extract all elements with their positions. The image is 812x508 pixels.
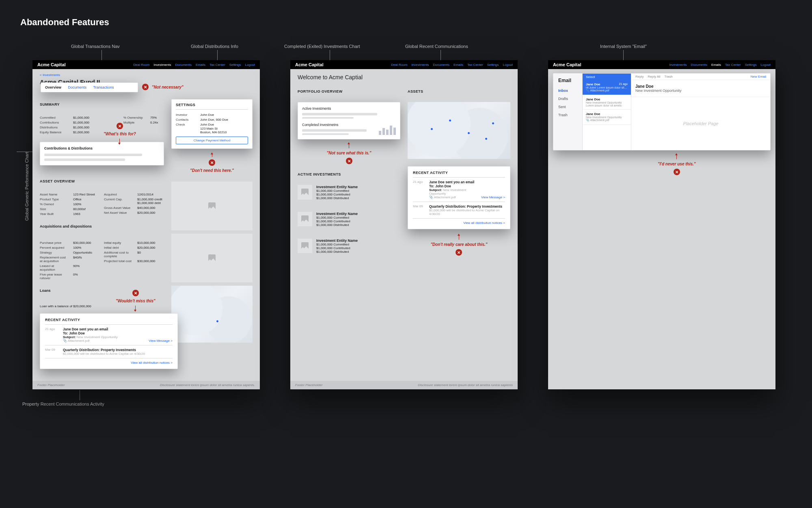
tab-transactions[interactable]: Transactions (93, 85, 114, 89)
kv-value: John Doe (200, 113, 214, 117)
nav-logout[interactable]: Logout (245, 63, 255, 67)
kv-label: Gross Asset Value (104, 206, 133, 210)
completed-investments-title: Completed Investmetns (302, 123, 374, 127)
nav-tax-center[interactable]: Tax Center (725, 63, 741, 67)
feedback-x-icon: ✕ (209, 159, 215, 166)
nav-settings[interactable]: Settings (487, 63, 499, 67)
folder-drafts[interactable]: Drafts (553, 95, 582, 103)
summary-contributions-label: Contributions (40, 121, 69, 124)
email-list-item[interactable]: Jane Doe New Investment Opportunity Lore… (583, 95, 631, 110)
nav-emails[interactable]: Emails (196, 63, 205, 67)
nav-emails[interactable]: Emails (454, 63, 463, 67)
email-attachment: 📎 Attachment.pdf (586, 89, 628, 92)
change-payment-method-button[interactable]: Change Payment Method (176, 137, 248, 144)
open-email-subject: New Investment Opportunity (635, 89, 766, 93)
active-investments-title: Active Investments (302, 106, 396, 111)
select-label[interactable]: Select (586, 75, 595, 79)
nav-emails[interactable]: Emails (711, 63, 721, 67)
kv-value: $0 (137, 251, 141, 258)
acq-head: Acquisitions and dispositions (40, 224, 164, 228)
email-preview: Hi John! Lorem ipsum dolor sit amets. (586, 86, 628, 89)
activity-age: 21 ago (45, 327, 59, 343)
nav-tax-center[interactable]: Tax Center (467, 63, 483, 67)
assets-head: ASSETS (408, 86, 510, 96)
mini-bar-chart-icon (379, 124, 396, 135)
new-email-button[interactable]: New Email (751, 75, 766, 78)
nav-documents[interactable]: Documents (691, 63, 707, 67)
label-completed-investments-chart: Completed (Exited) Investments Chart (284, 44, 360, 49)
portfolio-overview-card: Active Investments Completed Investmetns (298, 102, 400, 139)
contrib-card-title: Contributions & Distributions (44, 146, 160, 150)
placeholder-band (302, 113, 377, 115)
image-placeholder-icon (171, 234, 253, 282)
folder-sent[interactable]: Sent (553, 103, 582, 111)
nav-deal-room[interactable]: Deal Room (133, 63, 149, 67)
nav-settings[interactable]: Settings (229, 63, 241, 67)
activity-email-to: To: John Doe (429, 184, 477, 188)
footer-left: Footer Placeholder (37, 383, 65, 387)
feedback-x-icon: ✕ (132, 290, 139, 296)
kv-value: 100% (73, 202, 81, 206)
activity-dist-desc: $1,000,000 will be distributed to Acme C… (63, 352, 173, 356)
nav-investments[interactable]: Investments (153, 63, 171, 67)
nav-logout[interactable]: Logout (503, 63, 513, 67)
kv-value: 1963 (73, 212, 80, 216)
feedback-x-icon: ✕ (117, 123, 123, 129)
footer-placeholder: Footer Placeholder Disclosure statement … (290, 381, 518, 389)
placeholder-band (302, 133, 349, 135)
folder-trash[interactable]: Trash (553, 111, 582, 119)
kv-value: 80,000sf (73, 207, 86, 211)
email-list-item[interactable]: Jane Doe21 ago Hi John! Lorem ipsum dolo… (583, 80, 631, 95)
reply-button[interactable]: Reply (635, 75, 644, 78)
mock-screen-fund-detail: Acme Capital Deal Room Investments Docum… (32, 60, 260, 389)
settings-head: SETTINGS (176, 103, 248, 107)
footer-left: Footer Placeholder (295, 383, 323, 387)
view-message-link[interactable]: View Message > (481, 195, 505, 199)
nav-investments[interactable]: Investments (411, 63, 429, 67)
view-all-distributions-link[interactable]: View all distribution notices > (413, 221, 505, 225)
open-email-from: Jane Doe (635, 84, 766, 89)
trash-button[interactable]: Trash (665, 75, 673, 78)
view-all-distributions-link[interactable]: View all distribution notices > (45, 361, 173, 365)
kv-value: $1,000,000 credit $1,000,000 debt (137, 198, 162, 205)
reply-all-button[interactable]: Reply All (648, 75, 660, 78)
label-internal-system-email: Internal System "Email" (600, 44, 647, 49)
email-list-item[interactable]: Jane Doe New Investment Opportunity 📎 At… (583, 110, 631, 125)
folder-inbox[interactable]: Inbox (553, 87, 582, 95)
nav-investments[interactable]: Investments (669, 63, 687, 67)
email-preview: New Investment Opportunity (586, 116, 628, 119)
map-pin-icon (449, 119, 451, 122)
tab-documents[interactable]: Documents (68, 85, 93, 89)
breadcrumb-back[interactable]: < Investments (40, 73, 253, 77)
footer-right: Disclosure statement lorem ipsum dolor s… (418, 383, 513, 387)
nav-documents[interactable]: Documents (433, 63, 449, 67)
kv-label: Product Type (40, 198, 69, 201)
kv-value: 123 Main St (176, 127, 248, 130)
nav-tax-center[interactable]: Tax Center (209, 63, 225, 67)
kv-label: Size (40, 207, 69, 211)
leader-line (80, 390, 80, 400)
label-global-distributions-info: Global Distributions Info (191, 44, 238, 49)
activity-date: Mar 09 (413, 204, 425, 216)
footer-right: Disclosure statement lorem ipsum dolor s… (160, 383, 255, 387)
active-investments-head: ACTIVE INVESTMENTS (298, 169, 400, 179)
image-placeholder-icon (171, 182, 253, 230)
settings-card: SETTINGS InvestorJohn Doe ContactsJohn D… (171, 99, 253, 149)
feedback-x-icon: ✕ (456, 249, 462, 256)
nav-logout[interactable]: Logout (761, 63, 771, 67)
view-message-link[interactable]: View Message > (149, 339, 173, 343)
activity-subject: New Investment Opportunity (77, 335, 118, 339)
nav-settings[interactable]: Settings (745, 63, 757, 67)
email-from: Jane Doe (586, 112, 600, 116)
kv-value: $40/fs (73, 256, 82, 263)
label-global-transactions-nav: Global Transactions Nav (71, 44, 120, 49)
nav-deal-room[interactable]: Deal Room (391, 63, 407, 67)
tab-overview[interactable]: Overview (45, 85, 67, 89)
nav-documents[interactable]: Documents (175, 63, 191, 67)
topbar: Acme Capital Deal Room Investments Docum… (32, 60, 260, 69)
kv-label: Additional cost to complete (104, 251, 133, 258)
inv-line: $1,000,000 Contributed (316, 219, 358, 223)
email-attachment: 📎 Attachment.pdf (586, 119, 628, 122)
kv-label: Year Built (40, 212, 69, 216)
activity-dist-title: Quarterly Distribution: Property Investm… (63, 348, 173, 352)
